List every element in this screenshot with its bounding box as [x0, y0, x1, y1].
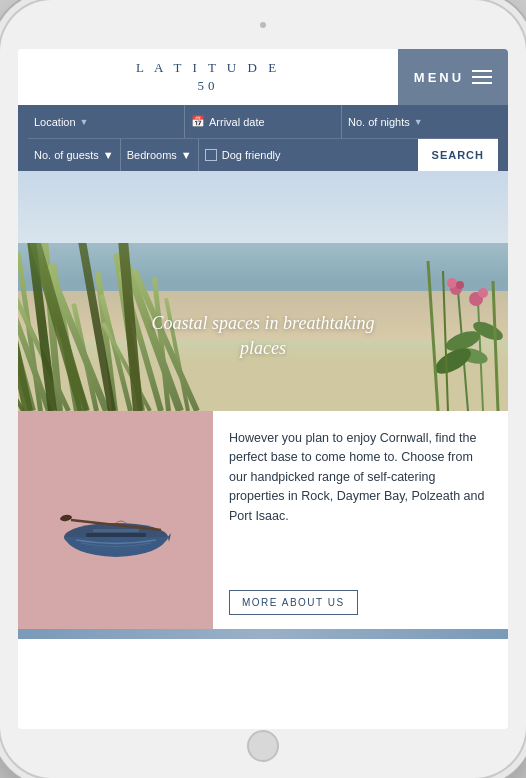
- logo-line2: 50: [136, 77, 280, 95]
- bottom-section: However you plan to enjoy Cornwall, find…: [18, 411, 508, 629]
- hero-caption-line2: places: [152, 336, 375, 361]
- description-text: However you plan to enjoy Cornwall, find…: [229, 429, 492, 526]
- tablet-frame: L A T I T U D E 50 MENU Location ▼: [0, 0, 526, 778]
- location-label: Location: [34, 116, 76, 128]
- search-bar: Location ▼ 📅 Arrival date No. of nights …: [18, 105, 508, 171]
- hamburger-icon: [472, 70, 492, 84]
- home-button[interactable]: [247, 730, 279, 762]
- svg-rect-16: [93, 529, 139, 532]
- calendar-icon: 📅: [191, 115, 205, 128]
- bedrooms-field[interactable]: Bedrooms ▼: [121, 139, 199, 171]
- search-row-2: No. of guests ▼ Bedrooms ▼ Dog friendly …: [28, 139, 498, 171]
- hero-caption: Coastal spaces in breathtaking places: [152, 311, 375, 361]
- search-row-1: Location ▼ 📅 Arrival date No. of nights …: [28, 105, 498, 139]
- boat-illustration: [51, 475, 181, 565]
- description-area: However you plan to enjoy Cornwall, find…: [213, 411, 508, 629]
- bottom-strip: [18, 629, 508, 639]
- tablet-camera: [260, 22, 266, 28]
- location-arrow-icon: ▼: [80, 117, 89, 127]
- arrival-label: Arrival date: [209, 116, 265, 128]
- svg-line-11: [428, 261, 438, 411]
- logo: L A T I T U D E 50: [136, 59, 280, 95]
- dog-checkbox[interactable]: [205, 149, 217, 161]
- bedrooms-label: Bedrooms: [127, 149, 177, 161]
- more-about-us-button[interactable]: MORE ABOUT US: [229, 590, 358, 615]
- location-field[interactable]: Location ▼: [28, 105, 185, 138]
- dog-label: Dog friendly: [222, 149, 281, 161]
- hero-scene: [18, 171, 508, 411]
- dog-field[interactable]: Dog friendly: [199, 139, 418, 171]
- menu-label: MENU: [414, 70, 464, 85]
- nights-arrow-icon: ▼: [414, 117, 423, 127]
- guests-field[interactable]: No. of guests ▼: [28, 139, 121, 171]
- boat-area: [18, 411, 213, 629]
- bedrooms-arrow-icon: ▼: [181, 149, 192, 161]
- svg-point-2: [447, 278, 457, 288]
- nights-label: No. of nights: [348, 116, 410, 128]
- hero: Coastal spaces in breathtaking places: [18, 171, 508, 411]
- search-button[interactable]: SEARCH: [418, 139, 498, 171]
- logo-line1: L A T I T U D E: [136, 59, 280, 77]
- nights-field[interactable]: No. of nights ▼: [342, 105, 498, 138]
- header: L A T I T U D E 50 MENU: [18, 49, 508, 105]
- arrival-field[interactable]: 📅 Arrival date: [185, 105, 342, 138]
- logo-area: L A T I T U D E 50: [18, 49, 398, 105]
- guests-label: No. of guests: [34, 149, 99, 161]
- svg-point-3: [456, 281, 464, 289]
- menu-button[interactable]: MENU: [398, 49, 508, 105]
- hero-caption-line1: Coastal spaces in breathtaking: [152, 311, 375, 336]
- guests-arrow-icon: ▼: [103, 149, 114, 161]
- svg-point-6: [478, 288, 488, 298]
- svg-point-18: [59, 514, 72, 522]
- screen: L A T I T U D E 50 MENU Location ▼: [18, 49, 508, 729]
- svg-line-12: [443, 271, 448, 411]
- svg-line-13: [493, 281, 498, 411]
- svg-rect-15: [86, 533, 146, 537]
